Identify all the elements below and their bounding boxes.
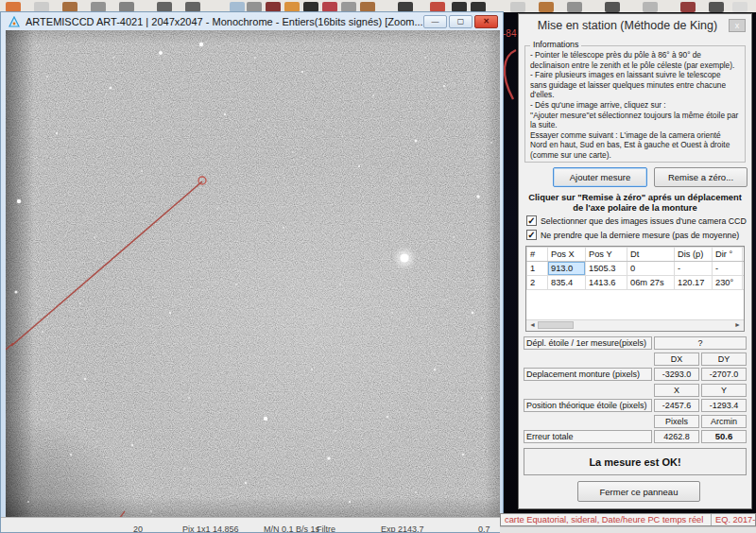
table-horizontal-scrollbar[interactable]: ◄ ► [526, 319, 744, 331]
last-measure-checkbox[interactable]: ✓ Ne prendre que la derniere mesure (pas… [526, 230, 739, 240]
table-header[interactable]: Dis (p) [675, 248, 713, 262]
star [188, 397, 190, 399]
grid-value: Y [701, 384, 747, 397]
table-header[interactable]: Pos X [548, 248, 586, 262]
star [283, 227, 284, 229]
grid-value: -2707.0 [701, 368, 747, 381]
window-edge [500, 526, 756, 533]
grid-value: DY [701, 352, 747, 366]
grid-label: Erreur totale [524, 430, 652, 443]
table-header[interactable]: # [527, 248, 548, 262]
star [453, 236, 455, 238]
star [415, 140, 418, 143]
table-cell[interactable]: 2 [527, 276, 548, 290]
star-field-overlay [6, 30, 500, 520]
grid-value: -3293.0 [654, 368, 699, 381]
toolbar-icon [510, 2, 525, 12]
star [462, 454, 465, 456]
scroll-left-arrow[interactable]: ◄ [529, 321, 536, 328]
star [415, 491, 417, 493]
star [56, 132, 58, 134]
status-fragment: Pix 1x1 14,856 [182, 524, 239, 532]
maximize-button[interactable]: ▢ [449, 15, 472, 28]
grid-value: X [654, 384, 699, 397]
reset-button[interactable]: Remise a zéro... [654, 167, 747, 187]
star [27, 501, 29, 503]
status-message: carte Equatorial, sideral, Date/heure PC… [501, 514, 711, 525]
star [169, 312, 171, 314]
ccd-images-checkbox-label: Selectionner que des images issues d'une… [541, 216, 747, 226]
star [434, 369, 437, 371]
close-panel-button[interactable]: Fermer ce panneau [577, 481, 700, 502]
grid-label: Position théorique étoile (pixels) [524, 399, 652, 412]
king-alignment-panel: Mise en station (Méthode de King) x - Po… [518, 13, 752, 509]
star [481, 397, 483, 399]
chart-declination-label: -84 [503, 28, 516, 39]
star [112, 57, 114, 59]
star [14, 290, 17, 293]
scroll-right-arrow[interactable]: ► [734, 321, 741, 328]
table-header[interactable]: Dist [743, 248, 746, 262]
table-cell[interactable]: 835.4 [548, 276, 586, 290]
star [490, 142, 492, 144]
info-groupbox-label: Informations [530, 40, 581, 49]
star [391, 312, 393, 314]
star [79, 302, 81, 304]
info-groupbox: - Pointer le télescope près du pôle à 86… [524, 45, 746, 163]
ccd-window-titlebar[interactable]: ARTEMISCCD ART-4021 | 2047x2047 - Monoch… [1, 12, 503, 30]
table-cell[interactable]: 120.17 [675, 276, 713, 290]
star [443, 85, 445, 87]
table-cell[interactable]: - [675, 262, 713, 276]
status-fragment: M/N 0.1 B/s 1s [264, 524, 319, 532]
star [424, 57, 426, 59]
table-cell[interactable]: 1 [527, 262, 548, 276]
close-button[interactable]: ✕ [474, 15, 498, 28]
grid-value: 4262.8 [654, 430, 699, 443]
grid-value: Pixels [654, 415, 699, 428]
status-epoch: EQ. 2017- [711, 514, 755, 525]
table-header[interactable]: Pos Y [586, 248, 627, 262]
star [17, 199, 21, 203]
scroll-thumb[interactable] [538, 321, 574, 329]
table-cell[interactable]: 230° [713, 276, 743, 290]
ccd-image-area[interactable] [6, 30, 500, 520]
grid-label: Dépl. étoile / 1er mesure(pixels) [524, 336, 652, 350]
reset-note: Cliquer sur "Remise à zéro" aprés un dép… [521, 193, 749, 214]
star [254, 57, 256, 59]
table-header[interactable]: Dir ° [713, 248, 743, 262]
star [224, 113, 226, 115]
ccd-window: ARTEMISCCD ART-4021 | 2047x2047 - Monoch… [0, 11, 504, 533]
star [339, 284, 341, 285]
table-cell[interactable]: - [713, 262, 743, 276]
table-row[interactable]: 1913.01505.30--- [527, 262, 746, 276]
star [141, 170, 143, 172]
grid-row: Deplacement monture (pixels)-3293.0-2707… [524, 368, 747, 381]
instructions-text: - Pointer le télescope près du pôle à 86… [530, 50, 742, 161]
app-status-bar: carte Equatorial, sideral, Date/heure PC… [500, 513, 756, 526]
star [42, 331, 43, 333]
star [400, 253, 408, 262]
add-measure-button[interactable]: Ajouter mesure [553, 167, 647, 187]
table-row[interactable]: 2835.41413.606m 27s120.17230°50.6 ' [527, 276, 746, 290]
panel-close-button[interactable]: x [729, 19, 746, 32]
table-cell[interactable]: 913.0 [548, 262, 586, 276]
ccd-images-checkbox[interactable]: ✓ Selectionner que des images issues d'u… [526, 215, 747, 226]
table-cell[interactable]: 1413.6 [586, 276, 627, 290]
grid-value: DX [654, 352, 699, 366]
table-cell[interactable]: 06m 27s [627, 276, 675, 290]
table-header[interactable]: Dt [627, 248, 675, 262]
table-cell[interactable]: 1505.3 [586, 262, 627, 276]
star [150, 510, 152, 512]
table-cell[interactable]: 0 [627, 262, 675, 276]
minimize-button[interactable]: — [423, 15, 447, 28]
status-fragment: 20 [133, 524, 143, 532]
star [264, 417, 267, 421]
table-cell[interactable]: - [743, 262, 746, 276]
star [159, 51, 163, 55]
star [372, 95, 374, 96]
toolbar-icon [539, 2, 554, 12]
toolbar-icon [605, 2, 620, 12]
table-cell[interactable]: 50.6 ' [743, 276, 746, 290]
screen: -84 ARTEMISCCD ART-4021 | 2047x2047 - Mo… [0, 0, 756, 533]
measurements-table: #Pos XPos YDtDis (p)Dir °Dist 1913.01505… [525, 246, 745, 332]
